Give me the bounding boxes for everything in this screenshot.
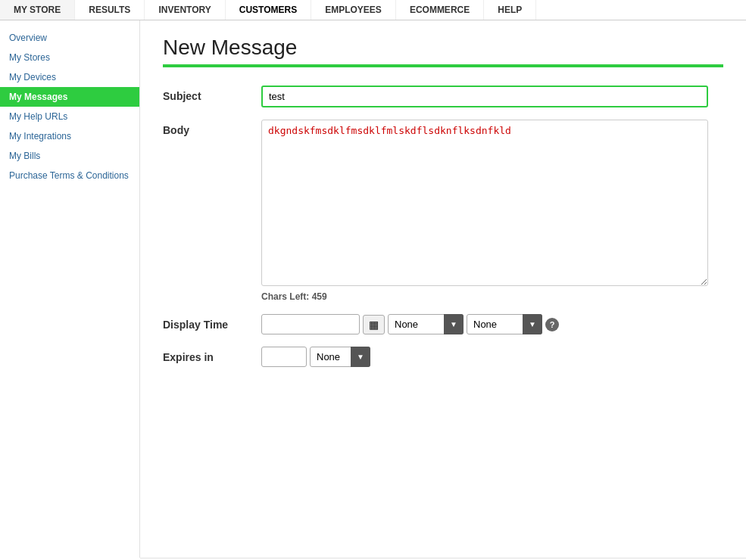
sidebar-item-my-bills[interactable]: My Bills [0,146,139,166]
display-time-label: Display Time [163,314,261,331]
sidebar-item-my-integrations[interactable]: My Integrations [0,126,139,146]
body-row: Body dkgndskfmsdklfmsdklfmlskdflsdknflks… [163,120,723,302]
calendar-icon: ▦ [369,319,379,331]
green-divider [163,64,723,67]
page-title: New Message [163,36,723,60]
expires-in-row: Expires in None ▼ [163,347,723,367]
expires-in-controls: None ▼ [261,347,723,367]
display-time-date-input[interactable] [261,314,360,334]
sidebar-item-my-messages[interactable]: My Messages [0,87,139,107]
nav-item-my-store[interactable]: MY STORE [0,0,75,20]
sidebar-item-my-devices[interactable]: My Devices [0,67,139,87]
nav-item-ecommerce[interactable]: ECOMMERCE [396,0,484,20]
nav-item-results[interactable]: RESULTS [75,0,145,20]
subject-label: Subject [163,86,261,102]
expires-in-label: Expires in [163,347,261,363]
display-time-select1-wrap: None ▼ [388,314,464,334]
body-wrap: dkgndskfmsdklfmsdklfmlskdflsdknflksdnfkl… [261,120,723,302]
main-content: New Message Subject Body dkgndskfmsdklfm… [140,20,746,558]
display-time-select1[interactable]: None [388,314,464,334]
display-time-controls: ▦ None ▼ None ▼ ? [261,314,723,334]
sidebar-item-overview[interactable]: Overview [0,28,139,48]
sidebar: OverviewMy StoresMy DevicesMy MessagesMy… [0,20,140,558]
chars-left: Chars Left: 459 [261,291,723,302]
display-time-select2[interactable]: None [467,314,542,334]
calendar-button[interactable]: ▦ [363,315,385,334]
nav-item-inventory[interactable]: INVENTORY [145,0,225,20]
subject-wrap [261,86,723,107]
expires-in-input[interactable] [261,347,307,367]
body-label: Body [163,120,261,136]
subject-row: Subject [163,86,723,107]
nav-item-customers[interactable]: CUSTOMERS [226,0,311,20]
display-time-select2-wrap: None ▼ [467,314,542,334]
display-time-row: Display Time ▦ None ▼ None ▼ [163,314,723,334]
help-icon[interactable]: ? [545,318,559,331]
body-input[interactable]: dkgndskfmsdklfmsdklfmlskdflsdknflksdnfkl… [261,120,708,286]
nav-item-help[interactable]: HELP [484,0,536,20]
sidebar-item-my-stores[interactable]: My Stores [0,48,139,67]
sidebar-item-my-help-urls[interactable]: My Help URLs [0,107,139,126]
sidebar-item-purchase-terms[interactable]: Purchase Terms & Conditions [0,166,139,185]
subject-input[interactable] [261,86,708,107]
layout: OverviewMy StoresMy DevicesMy MessagesMy… [0,20,746,558]
top-nav: MY STORERESULTSINVENTORYCUSTOMERSEMPLOYE… [0,0,746,20]
nav-item-employees[interactable]: EMPLOYEES [311,0,396,20]
expires-select-wrap: None ▼ [310,347,370,367]
expires-in-select[interactable]: None [310,347,370,367]
